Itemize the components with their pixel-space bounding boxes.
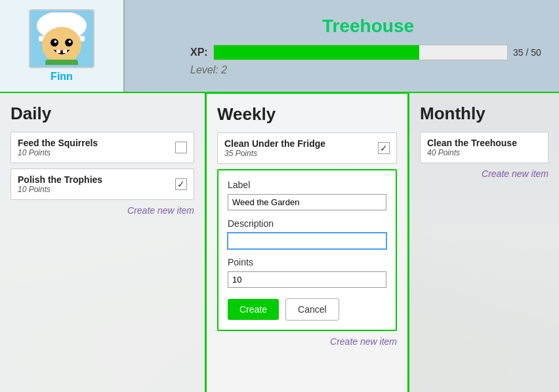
- description-input[interactable]: [228, 233, 386, 249]
- daily-create-link[interactable]: Create new item: [10, 205, 194, 216]
- task-info: Polish the Trophies 10 Points: [18, 174, 102, 194]
- weekly-column: Weekly Clean Under the Fridge 35 Points …: [205, 92, 409, 392]
- task-label: Clean the Treehouse: [427, 138, 517, 148]
- task-info: Feed the Squirrels 10 Points: [18, 138, 98, 157]
- task-checkbox-checked[interactable]: ✓: [175, 178, 187, 190]
- task-info: Clean the Treehouse 40 Points: [427, 138, 517, 157]
- table-row: Feed the Squirrels 10 Points: [10, 132, 194, 163]
- create-button[interactable]: Create: [228, 299, 279, 320]
- xp-label: XP:: [190, 47, 208, 58]
- task-points: 10 Points: [18, 148, 98, 157]
- level-label: Level: 2: [138, 64, 227, 76]
- points-input[interactable]: [228, 271, 386, 288]
- svg-point-3: [51, 39, 58, 47]
- main-content: Daily Feed the Squirrels 10 Points Polis…: [0, 92, 559, 392]
- task-checkbox[interactable]: [175, 142, 187, 153]
- task-label: Feed the Squirrels: [18, 138, 98, 148]
- daily-title: Daily: [10, 104, 194, 124]
- app-title: Treehouse: [138, 16, 546, 37]
- cancel-button[interactable]: Cancel: [285, 298, 339, 321]
- task-label: Polish the Trophies: [18, 174, 102, 185]
- label-field-label: Label: [228, 180, 386, 190]
- task-info: Clean Under the Fridge 35 Points: [224, 138, 325, 158]
- table-row: Clean the Treehouse 40 Points: [420, 132, 549, 163]
- task-points: 40 Points: [427, 148, 517, 157]
- task-points: 10 Points: [18, 185, 102, 194]
- label-input[interactable]: [228, 194, 386, 210]
- weekly-create-link[interactable]: Create new item: [217, 336, 397, 347]
- xp-bar-fill: [214, 45, 419, 60]
- svg-rect-9: [45, 60, 78, 65]
- svg-point-5: [54, 41, 57, 43]
- avatar-box: Finn: [0, 0, 125, 92]
- svg-rect-7: [56, 50, 60, 53]
- header: Finn Treehouse XP: 35 / 50 Level: 2: [0, 0, 559, 92]
- weekly-title: Weekly: [217, 104, 397, 125]
- task-checkbox-checked[interactable]: ✓: [378, 142, 390, 154]
- header-right: Treehouse XP: 35 / 50 Level: 2: [125, 9, 559, 83]
- xp-display: 35 / 50: [513, 47, 546, 58]
- svg-rect-8: [63, 50, 67, 53]
- table-row: Clean Under the Fridge 35 Points ✓: [217, 132, 397, 164]
- avatar-name: Finn: [51, 71, 73, 83]
- finn-avatar-svg: [32, 12, 91, 65]
- create-form: Label Description Points Create Cancel: [217, 169, 397, 331]
- description-field-label: Description: [228, 218, 386, 229]
- monthly-create-link[interactable]: Create new item: [420, 168, 549, 179]
- svg-point-6: [69, 41, 72, 43]
- points-field-label: Points: [228, 257, 386, 267]
- daily-column: Daily Feed the Squirrels 10 Points Polis…: [0, 92, 205, 392]
- xp-bar-outer: [213, 45, 508, 60]
- task-label: Clean Under the Fridge: [224, 138, 325, 149]
- xp-row: XP: 35 / 50: [138, 45, 546, 60]
- avatar-image: [29, 9, 94, 68]
- svg-point-4: [65, 39, 73, 47]
- svg-point-2: [42, 27, 81, 64]
- monthly-title: Monthly: [420, 104, 549, 124]
- task-points: 35 Points: [224, 149, 325, 158]
- monthly-column: Monthly Clean the Treehouse 40 Points Cr…: [409, 92, 559, 392]
- form-buttons: Create Cancel: [228, 298, 386, 321]
- table-row: Polish the Trophies 10 Points ✓: [10, 168, 194, 200]
